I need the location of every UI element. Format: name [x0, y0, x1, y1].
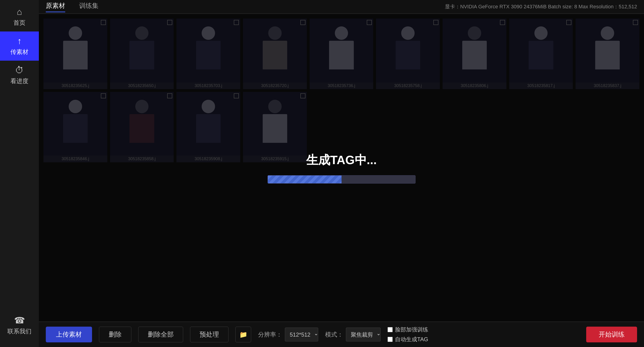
progress-text: 生成TAG中...: [306, 152, 377, 168]
image-grid-area: 30518235625.j 30518235650.j 30518235703.…: [39, 14, 644, 321]
sidebar-item-home-label: 首页: [14, 19, 26, 27]
auto-tag-checkbox[interactable]: [388, 337, 393, 342]
auto-tag-option[interactable]: 自动生成TAG: [388, 336, 428, 343]
delete-button[interactable]: 删除: [99, 327, 131, 342]
sidebar-item-upload-label: 传素材: [10, 48, 28, 56]
sidebar-item-contact-label: 联系我们: [8, 327, 32, 335]
mode-group: 模式： 聚焦裁剪 普通裁剪: [325, 327, 380, 341]
bottom-toolbar: 上传素材 删除 删除全部 预处理 📁 分辨率： 512*512 256*256 …: [39, 321, 644, 347]
mode-select[interactable]: 聚焦裁剪 普通裁剪: [346, 327, 380, 341]
preprocess-button[interactable]: 预处理: [190, 327, 228, 342]
sidebar-item-progress-label: 看进度: [10, 77, 28, 85]
auto-tag-label: 自动生成TAG: [395, 336, 428, 343]
progress-bar-container: [268, 175, 416, 184]
delete-all-button[interactable]: 删除全部: [138, 327, 183, 342]
sidebar-item-progress[interactable]: ⏱ 看进度: [0, 61, 39, 90]
topbar-tabs: 原素材 训练集: [46, 2, 98, 12]
sidebar-item-contact[interactable]: ☎ 联系我们: [0, 311, 39, 340]
contact-icon: ☎: [14, 315, 25, 325]
sidebar-bottom: ☎ 联系我们: [0, 311, 39, 347]
tab-raw[interactable]: 原素材: [46, 2, 65, 12]
mode-label: 模式：: [325, 330, 343, 339]
folder-icon: 📁: [239, 331, 248, 338]
sidebar: ⌂ 首页 ↑ 传素材 ⏱ 看进度 ☎ 联系我们: [0, 0, 39, 347]
face-enhance-checkbox[interactable]: [388, 327, 393, 332]
main-content: 原素材 训练集 显卡：NVIDIA GeForce RTX 3090 24376…: [39, 0, 644, 347]
start-training-button[interactable]: 开始训练: [586, 327, 637, 342]
upload-button[interactable]: 上传素材: [46, 327, 92, 342]
sidebar-item-home[interactable]: ⌂ 首页: [0, 2, 39, 32]
resolution-label: 分辨率：: [258, 330, 282, 339]
timer-icon: ⏱: [15, 65, 24, 75]
gpu-info: 显卡：NVIDIA GeForce RTX 3090 24376MiB Batc…: [445, 3, 637, 10]
folder-button[interactable]: 📁: [236, 327, 251, 342]
progress-bar-fill: [268, 175, 342, 183]
upload-icon: ↑: [17, 36, 22, 46]
face-enhance-option[interactable]: 脸部加强训练: [388, 326, 428, 333]
sidebar-item-upload[interactable]: ↑ 传素材: [0, 32, 39, 61]
resolution-group: 分辨率： 512*512 256*256 768*768: [258, 327, 318, 341]
progress-overlay: 生成TAG中...: [39, 14, 644, 321]
resolution-select[interactable]: 512*512 256*256 768*768: [285, 327, 318, 341]
tab-training[interactable]: 训练集: [79, 2, 98, 12]
face-enhance-label: 脸部加强训练: [395, 326, 428, 333]
options-group: 脸部加强训练 自动生成TAG: [388, 326, 428, 343]
topbar: 原素材 训练集 显卡：NVIDIA GeForce RTX 3090 24376…: [39, 0, 644, 14]
home-icon: ⌂: [17, 7, 22, 17]
